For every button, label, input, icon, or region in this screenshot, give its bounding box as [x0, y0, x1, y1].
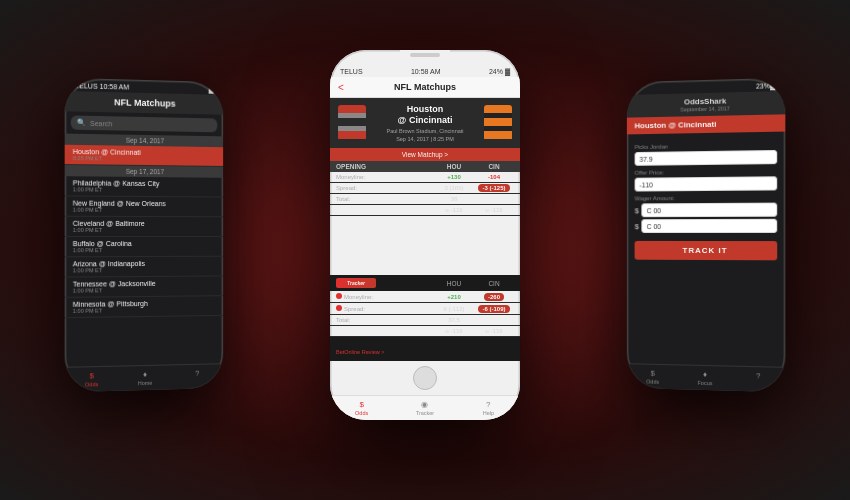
matchup-time-8: 1:00 PM ET — [73, 306, 216, 314]
left-search-bar[interactable]: 🔍 Search — [71, 115, 218, 132]
center-help-icon: ? — [486, 400, 490, 409]
matchup-clev-bal[interactable]: Cleveland @ Baltimore 1:00 PM ET — [65, 217, 223, 237]
matchup-phi-kc[interactable]: Philadelphia @ Kansas City 1:00 PM ET — [65, 176, 223, 197]
field-2-input[interactable]: -110 — [635, 176, 778, 191]
matchup-time-1: 8:25 PM ET — [73, 155, 216, 163]
center-back-btn[interactable]: < — [338, 82, 344, 93]
matchup-time-6: 1:00 PM ET — [73, 267, 216, 274]
matchup-time-4: 1:00 PM ET — [73, 227, 216, 233]
odds-icon: $ — [89, 371, 93, 380]
left-odds-label: Odds — [85, 381, 98, 387]
oddsshark-header: OddsShark September 14, 2017 — [627, 91, 785, 118]
right-nav-focus[interactable]: ♦ Focus — [679, 365, 732, 390]
left-phone: TELUS 10:58 AM ▓ NFL Matchups 🔍 Search S… — [65, 78, 223, 392]
right-odds-label: Odds — [646, 379, 659, 385]
live-total-row: Total: 37.5 — [330, 315, 520, 326]
center-nav-odds[interactable]: $ Odds — [330, 396, 393, 420]
opening-moneyline-row: Moneyline: +130 -104 — [330, 172, 520, 183]
left-header-title: NFL Matchups — [114, 97, 175, 108]
center-bottom-nav: $ Odds ◉ Tracker ? Help — [330, 395, 520, 420]
wager-input-1[interactable]: C 00 — [642, 203, 777, 218]
center-phone: TELUS 10:58 AM 24% ▓ < NFL Matchups Hous… — [330, 50, 520, 420]
right-content: Picks Jordan 37.9 Offer Price: -110 Wage… — [627, 132, 785, 367]
right-phone: 23%▓ OddsShark September 14, 2017 Housto… — [627, 78, 785, 392]
cin-header: CIN — [474, 163, 514, 170]
matchup-min-pit[interactable]: Minnesota @ Pittsburgh 1:00 PM ET — [65, 296, 223, 318]
left-carrier: TELUS 10:58 AM — [75, 82, 129, 90]
center-time: 10:58 AM — [411, 68, 441, 75]
left-nav-odds[interactable]: $ Odds — [65, 367, 119, 393]
bookmaker-logo: Tracker — [336, 278, 376, 288]
live-moneyline-row: Moneyline: +210 -260 — [330, 291, 520, 303]
right-focus-label: Focus — [698, 380, 713, 386]
right-odds-icon: $ — [651, 369, 655, 378]
right-focus-icon: ♦ — [703, 370, 707, 379]
center-nav-tracker[interactable]: ◉ Tracker — [393, 396, 456, 420]
matchup-buf-car[interactable]: Buffalo @ Carolina 1:00 PM ET — [65, 237, 223, 257]
search-placeholder: Search — [90, 119, 112, 126]
center-nav-help[interactable]: ? Help — [457, 396, 520, 420]
opening-label: OPENING — [336, 163, 434, 170]
dollar-sign-1: $ — [635, 206, 639, 215]
center-tracker-icon: ◉ — [421, 400, 428, 409]
right-battery: 23%▓ — [756, 82, 775, 90]
wager-row-1: $ C 00 — [635, 203, 778, 218]
wager-label: Wager Amount: — [635, 194, 778, 201]
right-nav-help[interactable]: ? — [732, 367, 786, 393]
matchup-ari-ind[interactable]: Arizona @ Indianapolis 1:00 PM ET — [65, 257, 223, 278]
opening-spread-row: Spread: 3 (105) -3 (-125) — [330, 183, 520, 194]
center-status-bar: TELUS 10:58 AM 24% ▓ — [330, 64, 520, 77]
wager-row-2: $ C 00 — [635, 219, 778, 233]
betonline-row: BetOnline Review > — [330, 337, 520, 361]
left-battery: ▓ — [209, 86, 214, 93]
home-icon: ♦ — [143, 370, 147, 379]
center-matchup-subtitle: Paul Brown Stadium, Cincinnati — [370, 128, 480, 134]
offer-price-label: Offer Price: — [635, 168, 778, 176]
search-icon: 🔍 — [77, 119, 86, 127]
help-icon: ? — [195, 369, 199, 378]
hou-header: HOU — [434, 163, 474, 170]
center-matchup-info: Houston@ Cincinnati Paul Brown Stadium, … — [366, 104, 484, 142]
bookmaker-logo-text: Tracker — [347, 280, 365, 286]
live-ou-row: o -110 u -110 — [330, 326, 520, 337]
betonline-review-link[interactable]: BetOnline Review > — [336, 349, 384, 355]
center-odds-label: Odds — [355, 410, 368, 416]
center-help-label: Help — [483, 410, 494, 416]
opening-total-row: Total: 38 — [330, 194, 520, 205]
opening-odds-table: OPENING HOU CIN Moneyline: +130 -104 Spr… — [330, 161, 520, 275]
right-help-icon: ? — [756, 371, 760, 380]
matchup-ten-jax[interactable]: Tennessee @ Jacksonville 1:00 PM ET — [65, 276, 223, 297]
notch — [400, 50, 450, 64]
right-nav-odds[interactable]: $ Odds — [627, 364, 679, 389]
matchup-time-3: 1:00 PM ET — [73, 207, 216, 214]
track-it-button[interactable]: TRACK IT — [635, 241, 778, 260]
live-spread-row: Spread: 6 (-112) -6 (-109) — [330, 303, 520, 315]
center-header-title: NFL Matchups — [394, 82, 456, 92]
center-home-button[interactable] — [413, 366, 437, 390]
left-nav-help[interactable]: ? — [171, 364, 223, 389]
matchup-time-5: 1:00 PM ET — [73, 247, 216, 253]
matchup-houston-cin[interactable]: Houston @ Cincinnati 8:25 PM ET — [65, 145, 223, 167]
left-home-label: Home — [138, 380, 153, 386]
field-1-input[interactable]: 37.9 — [635, 150, 778, 166]
right-matchup-title: Houston @ Cincinnati — [635, 119, 778, 131]
matchup-time-2: 1:00 PM ET — [73, 186, 216, 193]
view-matchup-btn[interactable]: View Matchup > — [330, 148, 520, 161]
center-matchup-date: Sep 14, 2017 | 8:25 PM — [370, 136, 480, 142]
matchup-ne-no[interactable]: New England @ New Orleans 1:00 PM ET — [65, 196, 223, 217]
opening-ou-row: o -110 u -110 — [330, 205, 520, 216]
right-bottom-nav: $ Odds ♦ Focus ? — [627, 363, 785, 392]
center-tracker-label: Tracker — [416, 410, 434, 416]
center-app-header: < NFL Matchups — [330, 77, 520, 98]
center-carrier: TELUS — [340, 68, 363, 75]
picks-label: Picks Jordan — [635, 142, 778, 150]
wager-input-2[interactable]: C 00 — [642, 219, 777, 233]
center-odds-icon: $ — [359, 400, 363, 409]
left-matchup-list: Sep 14, 2017 Houston @ Cincinnati 8:25 P… — [65, 134, 223, 367]
bookmaker-header: Tracker HOU CIN — [330, 275, 520, 291]
opening-table-header: OPENING HOU CIN — [330, 161, 520, 172]
center-matchup-hero: Houston@ Cincinnati Paul Brown Stadium, … — [330, 98, 520, 148]
houston-team-colors — [338, 105, 366, 141]
left-nav-home[interactable]: ♦ Home — [118, 365, 171, 390]
center-battery: 24% ▓ — [489, 68, 510, 75]
